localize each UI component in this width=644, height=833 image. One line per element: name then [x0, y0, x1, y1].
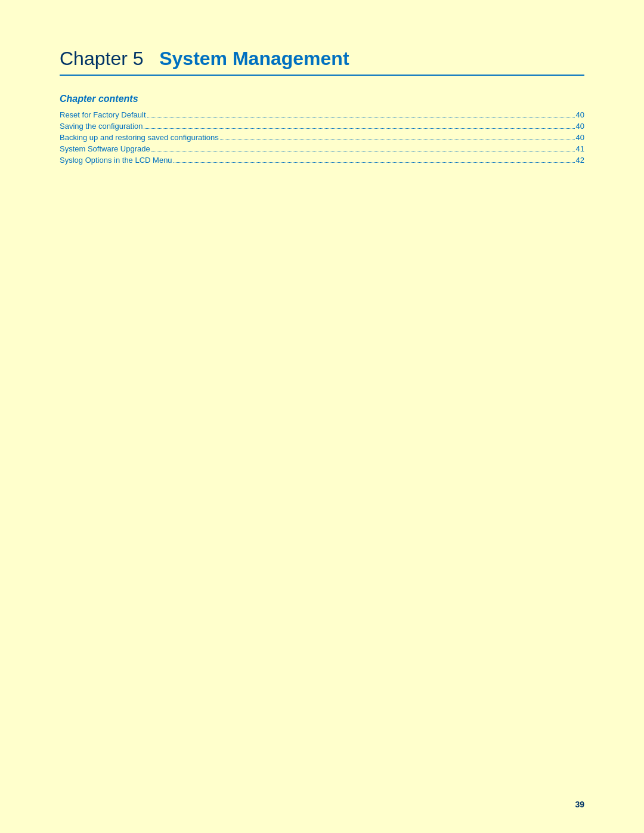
page-number: 39	[575, 800, 584, 809]
chapter-title: Chapter 5 System Management	[60, 48, 584, 70]
toc-page-4: 42	[576, 156, 584, 165]
toc-dots-2	[220, 140, 575, 140]
toc-link-3[interactable]: System Software Upgrade	[60, 144, 150, 153]
chapter-contents-heading: Chapter contents	[60, 94, 584, 104]
toc-dots-4	[174, 162, 575, 163]
toc-page-2: 40	[576, 133, 584, 142]
toc-item: Backing up and restoring saved configura…	[60, 133, 584, 142]
toc-link-0[interactable]: Reset for Factory Default	[60, 110, 146, 119]
toc-list: Reset for Factory Default40Saving the co…	[60, 110, 584, 165]
toc-item: Syslog Options in the LCD Menu42	[60, 156, 584, 165]
toc-page-0: 40	[576, 110, 584, 119]
toc-page-3: 41	[576, 144, 584, 153]
chapter-number-label: Chapter 5	[60, 48, 144, 69]
page-container: Chapter 5 System Management Chapter cont…	[0, 0, 644, 833]
chapter-title-bold: System Management	[159, 48, 349, 69]
chapter-header: Chapter 5 System Management	[60, 48, 584, 76]
toc-link-1[interactable]: Saving the configuration	[60, 122, 143, 131]
toc-link-4[interactable]: Syslog Options in the LCD Menu	[60, 156, 172, 165]
toc-dots-0	[147, 117, 575, 117]
chapter-contents-section: Chapter contents Reset for Factory Defau…	[60, 94, 584, 165]
toc-page-1: 40	[576, 122, 584, 131]
toc-item: Saving the configuration40	[60, 122, 584, 131]
toc-item: Reset for Factory Default40	[60, 110, 584, 119]
toc-item: System Software Upgrade41	[60, 144, 584, 153]
toc-dots-3	[151, 151, 575, 151]
toc-dots-1	[144, 128, 574, 129]
toc-link-2[interactable]: Backing up and restoring saved configura…	[60, 133, 219, 142]
